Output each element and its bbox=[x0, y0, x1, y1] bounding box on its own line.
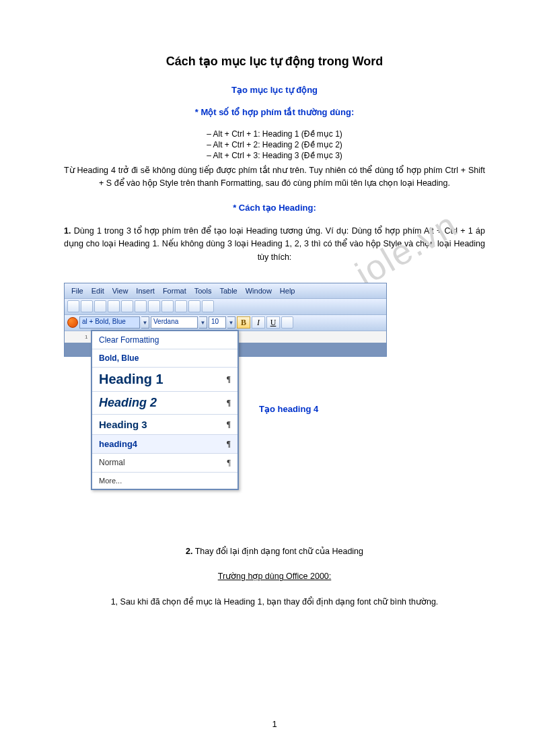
preview-icon[interactable] bbox=[121, 300, 133, 312]
step-number: 2. bbox=[186, 547, 192, 556]
new-icon[interactable] bbox=[67, 300, 79, 312]
paragraph: 2. Thay đổi lại định dạng font chữ của H… bbox=[64, 545, 485, 558]
style-icon[interactable] bbox=[67, 317, 78, 328]
pilcrow-icon: ¶ bbox=[227, 458, 231, 468]
menu-window[interactable]: Window bbox=[243, 285, 274, 296]
chevron-down-icon[interactable]: ▼ bbox=[199, 316, 207, 329]
paragraph: 1. Dùng 1 trong 3 tổ hợp phím trên để tạ… bbox=[64, 225, 485, 264]
redo-icon[interactable] bbox=[202, 300, 214, 312]
style-label: Heading 2 bbox=[99, 396, 157, 410]
subheading-create-heading: * Cách tạo Heading: bbox=[64, 203, 485, 213]
style-label: Heading 3 bbox=[99, 419, 147, 430]
pilcrow-icon: ¶ bbox=[227, 398, 231, 408]
paragraph-text: Thay đổi lại định dạng font chữ của Head… bbox=[192, 547, 363, 556]
style-clear-formatting[interactable]: Clear Formatting bbox=[92, 331, 237, 349]
menu-bar: File Edit View Insert Format Tools Table… bbox=[65, 283, 386, 298]
style-selector[interactable]: al + Bold, Blue bbox=[79, 316, 140, 329]
paragraph: Từ Heading 4 trở đi sẽ không dùng tiếp đ… bbox=[64, 164, 485, 191]
copy-icon[interactable] bbox=[161, 300, 174, 312]
style-bold-blue[interactable]: Bold, Blue bbox=[92, 349, 237, 368]
menu-tools[interactable]: Tools bbox=[192, 285, 215, 296]
style-label: Normal bbox=[99, 458, 125, 467]
subheading-office2000: Trường hợp dùng Office 2000: bbox=[64, 570, 485, 583]
font-size-selector[interactable]: 10 bbox=[209, 316, 226, 329]
menu-insert[interactable]: Insert bbox=[133, 285, 157, 296]
figure-word-style-dropdown: File Edit View Insert Format Tools Table… bbox=[64, 283, 485, 525]
menu-view[interactable]: View bbox=[110, 285, 131, 296]
paste-icon[interactable] bbox=[175, 300, 187, 312]
style-label: Clear Formatting bbox=[99, 335, 159, 345]
style-label: heading4 bbox=[99, 439, 137, 449]
chevron-down-icon[interactable]: ▼ bbox=[141, 316, 149, 329]
menu-help[interactable]: Help bbox=[277, 285, 298, 296]
underline-button[interactable]: U bbox=[266, 316, 280, 329]
standard-toolbar bbox=[65, 298, 386, 314]
paragraph: 1, Sau khi đã chọn đề mục là Heading 1, … bbox=[64, 596, 485, 609]
style-heading-1[interactable]: Heading 1 ¶ bbox=[92, 368, 237, 392]
style-label: More... bbox=[99, 477, 122, 485]
style-label: Heading 1 bbox=[99, 372, 163, 387]
page-number: 1 bbox=[0, 719, 549, 729]
cut-icon[interactable] bbox=[148, 300, 160, 312]
spell-icon[interactable] bbox=[135, 300, 147, 312]
paragraph-text: Dùng 1 trong 3 tổ hợp phím trên để tạo l… bbox=[64, 226, 485, 262]
shortcut-line: – Alt + Ctrl + 3: Heading 3 (Đề mục 3) bbox=[64, 151, 485, 160]
open-icon[interactable] bbox=[81, 300, 93, 312]
menu-edit[interactable]: Edit bbox=[89, 285, 107, 296]
chevron-down-icon[interactable]: ▼ bbox=[227, 316, 235, 329]
menu-file[interactable]: File bbox=[69, 285, 86, 296]
formatting-toolbar: al + Bold, Blue ▼ Verdana ▼ 10 ▼ B I U bbox=[65, 314, 386, 331]
style-label: Bold, Blue bbox=[99, 353, 139, 363]
subheading-shortcuts: * Một số tổ hợp phím tắt thường dùng: bbox=[64, 107, 485, 117]
shortcut-line: – Alt + Ctrl + 1: Heading 1 (Đề mục 1) bbox=[64, 129, 485, 139]
style-more[interactable]: More... bbox=[92, 473, 237, 489]
menu-format[interactable]: Format bbox=[160, 285, 189, 296]
shortcut-line: – Alt + Ctrl + 2: Heading 2 (Đề mục 2) bbox=[64, 140, 485, 149]
undo-icon[interactable] bbox=[188, 300, 200, 312]
subheading-toc: Tạo mục lục tự động bbox=[64, 85, 485, 95]
align-icon[interactable] bbox=[281, 316, 293, 329]
page-title: Cách tạo mục lục tự động trong Word bbox=[64, 54, 485, 69]
style-heading-4[interactable]: heading4 ¶ bbox=[92, 435, 237, 454]
step-number: 1. bbox=[64, 226, 71, 236]
italic-button[interactable]: I bbox=[252, 316, 265, 329]
pilcrow-icon: ¶ bbox=[227, 374, 231, 384]
font-selector[interactable]: Verdana bbox=[151, 316, 198, 329]
style-dropdown-panel: Clear Formatting Bold, Blue Heading 1 ¶ … bbox=[91, 330, 239, 490]
bold-button[interactable]: B bbox=[237, 316, 250, 329]
save-icon[interactable] bbox=[94, 300, 106, 312]
style-heading-2[interactable]: Heading 2 ¶ bbox=[92, 392, 237, 415]
style-heading-3[interactable]: Heading 3 ¶ bbox=[92, 415, 237, 435]
pilcrow-icon: ¶ bbox=[227, 419, 231, 429]
print-icon[interactable] bbox=[108, 300, 120, 312]
shortcut-list: – Alt + Ctrl + 1: Heading 1 (Đề mục 1) –… bbox=[64, 129, 485, 160]
pilcrow-icon: ¶ bbox=[227, 439, 231, 449]
menu-table[interactable]: Table bbox=[217, 285, 240, 296]
style-normal[interactable]: Normal ¶ bbox=[92, 454, 237, 473]
figure-caption: Tạo heading 4 bbox=[259, 404, 318, 414]
